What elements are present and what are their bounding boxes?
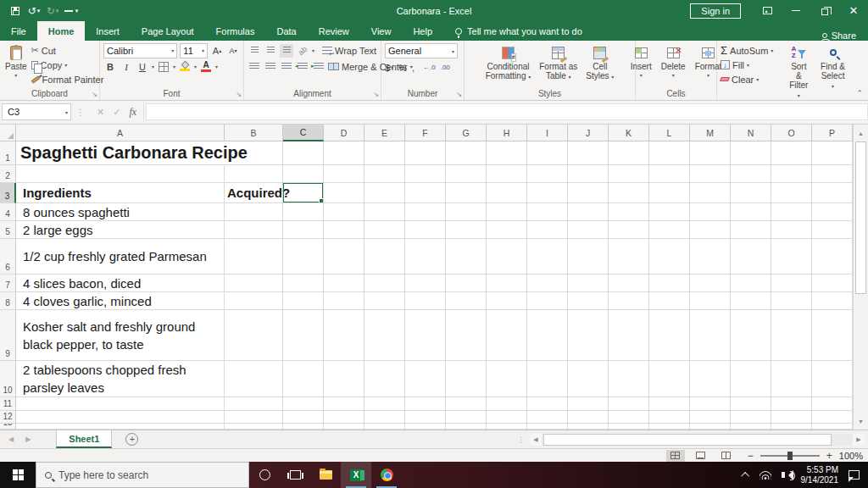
cell-L9[interactable] xyxy=(649,310,690,361)
number-format-select[interactable]: General▾ xyxy=(385,43,458,58)
tab-insert[interactable]: Insert xyxy=(85,21,131,41)
zoom-in-button[interactable]: + xyxy=(826,452,832,460)
cell-M4[interactable] xyxy=(690,203,731,221)
cell-F2[interactable] xyxy=(405,165,446,183)
cell-F13[interactable] xyxy=(405,424,446,430)
cell-C9[interactable] xyxy=(283,310,324,361)
font-dialog-launcher[interactable]: ↘ xyxy=(236,92,242,98)
horizontal-scrollbar[interactable]: ⋮ ◀ ▶ xyxy=(517,433,865,446)
cell-G6[interactable] xyxy=(446,239,487,274)
cell-N10[interactable] xyxy=(731,361,771,397)
cell-N4[interactable] xyxy=(731,203,771,221)
cell-C6[interactable] xyxy=(283,239,324,274)
row-header-4[interactable]: 4 xyxy=(0,203,16,221)
cell-G13[interactable] xyxy=(446,424,487,430)
column-header-C[interactable]: C xyxy=(283,125,324,141)
save-button[interactable] xyxy=(7,3,24,19)
cell-K9[interactable] xyxy=(609,310,649,361)
bold-button[interactable]: B xyxy=(103,60,117,74)
cell-J13[interactable] xyxy=(568,424,609,430)
scroll-down-icon[interactable]: ▼ xyxy=(854,414,868,428)
cell-A4[interactable]: 8 ounces spaghetti xyxy=(16,203,225,221)
column-header-N[interactable]: N xyxy=(731,125,771,141)
excel-taskbar-button[interactable] xyxy=(341,462,371,488)
cell-L3[interactable] xyxy=(649,183,690,203)
cell-P9[interactable] xyxy=(812,310,853,361)
cell-M13[interactable] xyxy=(690,424,731,430)
cell-N11[interactable] xyxy=(731,397,771,411)
row-header-13[interactable]: 13 xyxy=(0,424,16,430)
row-header-11[interactable]: 11 xyxy=(0,397,16,411)
column-header-H[interactable]: H xyxy=(487,125,527,141)
cell-A10[interactable]: 2 tablespoons chopped fresh parsley leav… xyxy=(16,361,225,397)
cell-J5[interactable] xyxy=(568,221,609,239)
cell-N3[interactable] xyxy=(731,183,771,203)
cell-C2[interactable] xyxy=(283,165,324,183)
cell-L4[interactable] xyxy=(649,203,690,221)
cell-B2[interactable] xyxy=(225,165,283,183)
decrease-decimal-button[interactable]: .00 xyxy=(441,64,450,71)
cell-O7[interactable] xyxy=(771,274,812,292)
tab-home[interactable]: Home xyxy=(37,21,86,41)
decrease-font-button[interactable]: A▾ xyxy=(226,44,240,58)
redo-button[interactable]: ↻▾ xyxy=(44,3,61,19)
sign-in-button[interactable]: Sign in xyxy=(690,3,741,19)
cell-I7[interactable] xyxy=(527,274,568,292)
cell-C5[interactable] xyxy=(283,221,324,239)
cell-H6[interactable] xyxy=(487,239,527,274)
cell-K8[interactable] xyxy=(609,292,649,310)
cell-L2[interactable] xyxy=(649,165,690,183)
cell-O6[interactable] xyxy=(771,239,812,274)
increase-font-button[interactable]: A▴ xyxy=(210,44,224,58)
task-view-button[interactable] xyxy=(280,462,310,488)
cell-C1[interactable] xyxy=(283,141,324,165)
cell-P5[interactable] xyxy=(812,221,853,239)
cell-F9[interactable] xyxy=(405,310,446,361)
cell-L5[interactable] xyxy=(649,221,690,239)
cell-G8[interactable] xyxy=(446,292,487,310)
cell-P12[interactable] xyxy=(812,411,853,424)
cell-O1[interactable] xyxy=(771,141,812,165)
column-header-I[interactable]: I xyxy=(527,125,568,141)
cell-K2[interactable] xyxy=(609,165,649,183)
cell-C8[interactable] xyxy=(283,292,324,310)
cell-L12[interactable] xyxy=(649,411,690,424)
select-all-corner[interactable] xyxy=(0,125,16,141)
restore-button[interactable] xyxy=(810,0,839,21)
cell-P10[interactable] xyxy=(812,361,853,397)
row-header-2[interactable]: 2 xyxy=(0,165,16,183)
cell-K12[interactable] xyxy=(609,411,649,424)
cell-K11[interactable] xyxy=(609,397,649,411)
format-as-table-button[interactable]: Format as Table ▾ xyxy=(537,43,579,87)
cell-O3[interactable] xyxy=(771,183,812,203)
cell-J12[interactable] xyxy=(568,411,609,424)
column-header-A[interactable]: A xyxy=(16,125,225,141)
cell-D1[interactable] xyxy=(324,141,364,165)
scroll-right-icon[interactable]: ▶ xyxy=(853,434,865,446)
sheet-tab-sheet1[interactable]: Sheet1 xyxy=(56,430,112,448)
cell-M1[interactable] xyxy=(690,141,731,165)
cell-C12[interactable] xyxy=(283,411,324,424)
tab-formulas[interactable]: Formulas xyxy=(205,21,266,41)
cell-J3[interactable] xyxy=(568,183,609,203)
chrome-taskbar-button[interactable] xyxy=(371,462,402,488)
cell-G12[interactable] xyxy=(446,411,487,424)
cell-N12[interactable] xyxy=(731,411,771,424)
zoom-slider[interactable] xyxy=(760,455,820,457)
cell-H9[interactable] xyxy=(487,310,527,361)
cell-N13[interactable] xyxy=(731,424,771,430)
cell-K7[interactable] xyxy=(609,274,649,292)
cell-D8[interactable] xyxy=(324,292,364,310)
row-header-7[interactable]: 7 xyxy=(0,274,16,292)
cell-A6[interactable]: 1/2 cup freshly grated Parmesan xyxy=(16,239,225,274)
cell-M9[interactable] xyxy=(690,310,731,361)
cell-B6[interactable] xyxy=(225,239,283,274)
cut-button[interactable]: ✂Cut xyxy=(31,43,104,58)
row-header-10[interactable]: 10 xyxy=(0,361,16,397)
cell-I1[interactable] xyxy=(527,141,568,165)
cell-I6[interactable] xyxy=(527,239,568,274)
cell-H3[interactable] xyxy=(487,183,527,203)
font-family-select[interactable]: Calibri▾ xyxy=(103,43,177,58)
number-dialog-launcher[interactable]: ↘ xyxy=(456,92,462,98)
cell-H4[interactable] xyxy=(487,203,527,221)
